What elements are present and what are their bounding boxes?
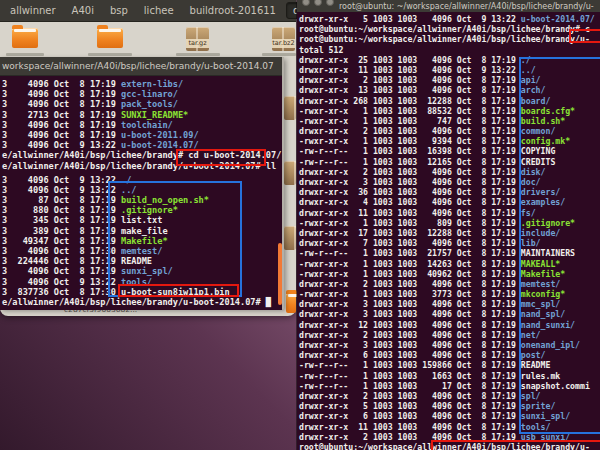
terminal-line: 3 2713 Oct 8 17:19 SUNXI_README* [2, 110, 282, 120]
partial-archive-icon [284, 226, 296, 250]
breadcrumb-item-allwinner[interactable]: allwinner [4, 3, 62, 18]
window-minimize-icon[interactable] [314, 0, 322, 6]
archive-tar-gz-icon[interactable]: tar.gz [186, 27, 209, 51]
icon-caption-fragment [262, 53, 296, 56]
terminal-line: 3 4096 Oct 8 17:19 pack_tools/ [2, 99, 282, 109]
breadcrumb: allwinner A40i bsp lichee buildroot-2016… [0, 0, 296, 22]
annotation-red-box-prompt-path [176, 149, 266, 166]
left-terminal-title: workspace/allwinner/A40i/bsp/lichee/bran… [2, 61, 274, 71]
breadcrumb-item-lichee[interactable]: lichee [138, 3, 180, 18]
annotation-red-box-bottom-prompt [431, 440, 600, 450]
right-terminal-window: root@ubuntu: ~/workspace/allwinner/A40i/… [296, 0, 600, 450]
icon-caption-fragment [176, 53, 220, 56]
right-terminal-titlebar[interactable]: root@ubuntu: ~/workspace/allwinner/A40i/… [297, 0, 600, 12]
folder-icon[interactable] [97, 28, 123, 48]
archive-label: tar.gz [186, 39, 209, 48]
terminal-line: 3 4096 Oct 8 17:19 extern-libs/ [2, 79, 282, 89]
annotation-blue-box-listing [108, 181, 242, 297]
annotation-red-box-prompt-path [569, 29, 600, 43]
terminal-line: 3 4096 Oct 8 17:19 gcc-linaro/ [2, 89, 282, 99]
scrollbar-thumb[interactable] [278, 243, 282, 305]
partial-archive-icon [284, 96, 296, 120]
terminal-line: 3 4096 Oct 8 17:19 u-boot-2011.09/ [2, 130, 282, 140]
terminal-line: root@ubuntu:~/workspace/allwinner/A40i/b… [299, 34, 600, 44]
window-maximize-icon[interactable] [326, 0, 334, 6]
window-close-icon[interactable] [302, 0, 310, 6]
partial-folder-icon [286, 293, 296, 313]
breadcrumb-item-a40i[interactable]: A40i [66, 3, 100, 18]
partial-archive-icon [284, 161, 296, 185]
annotation-red-box-uboot-bin [118, 284, 239, 297]
folder-icon[interactable] [12, 28, 38, 48]
terminal-line: drwxr-xr-x 5 1003 1003 4096 Oct 9 13:22 … [299, 14, 600, 24]
icon-caption-fragment [88, 53, 132, 56]
terminal-line: root@ubuntu:~/workspace/allwinner/A40i/b… [299, 24, 600, 34]
right-terminal-title: root@ubuntu: ~/workspace/allwinner/A40i/… [339, 2, 594, 11]
terminal-line: e/allwinner/A40i/bsp/lichee/brandy/u-boo… [2, 297, 282, 307]
breadcrumb-item-buildroot[interactable]: buildroot-201611 [184, 3, 282, 18]
terminal-line: total 512 [299, 45, 600, 55]
terminal-line: 3 4096 Oct 8 17:19 toolchain/ [2, 120, 282, 130]
icon-caption-fragment [6, 53, 44, 56]
left-terminal-titlebar[interactable]: workspace/allwinner/A40i/bsp/lichee/bran… [0, 57, 282, 76]
archive-label: tar.bz2 [272, 39, 295, 48]
left-terminal-window: workspace/allwinner/A40i/bsp/lichee/bran… [0, 57, 284, 309]
breadcrumb-item-bsp[interactable]: bsp [104, 3, 134, 18]
archive-tar-bz2-icon[interactable]: tar.bz2 [272, 27, 295, 51]
annotation-blue-box-filenames [519, 57, 600, 434]
